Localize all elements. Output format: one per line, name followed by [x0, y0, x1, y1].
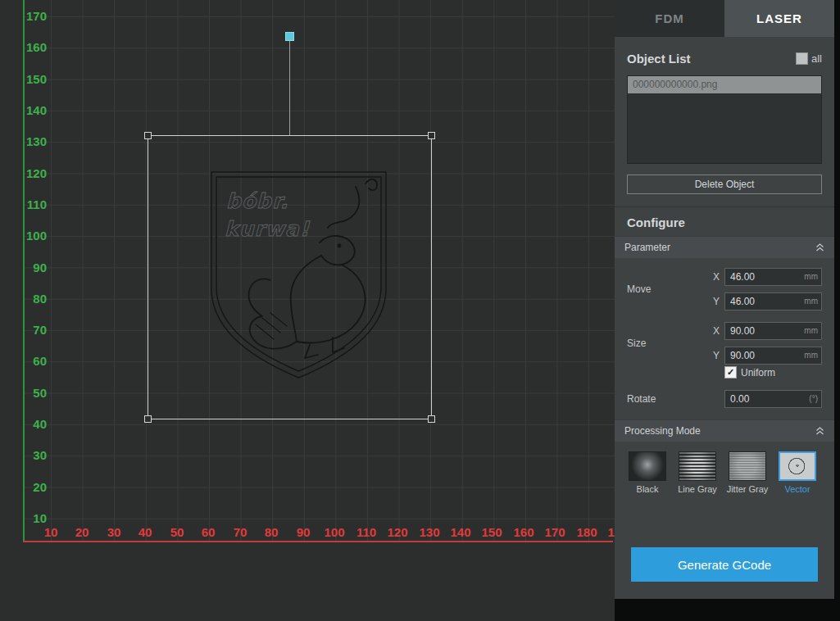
x-axis-label: 120: [381, 525, 414, 540]
delete-object-button[interactable]: Delete Object: [627, 175, 822, 194]
move-x-label: X: [710, 271, 720, 283]
x-axis-label: 10: [34, 525, 67, 540]
x-axis-label: 130: [413, 525, 446, 540]
tab-fdm[interactable]: FDM: [615, 0, 724, 37]
mode-vector-thumbnail[interactable]: [779, 451, 816, 481]
move-label: Move: [627, 268, 710, 310]
move-x-input[interactable]: [724, 268, 822, 286]
mode-black[interactable]: Black: [627, 451, 668, 497]
mode-jitter-gray-thumbnail[interactable]: [729, 451, 766, 481]
list-item[interactable]: 000000000000.png: [628, 76, 821, 93]
selected-object[interactable]: bóbr. kurwa!: [148, 135, 432, 419]
processing-mode-options: Black Line Gray Jitter Gray Vector: [615, 442, 834, 497]
move-y-input[interactable]: [724, 292, 822, 310]
artwork-text-line2: kurwa!: [225, 217, 311, 241]
move-y-label: Y: [710, 296, 720, 307]
y-axis-label: 130: [8, 134, 47, 149]
rotate-label: Rotate: [627, 390, 724, 408]
mode-vector[interactable]: Vector: [777, 451, 818, 497]
generate-gcode-button[interactable]: Generate GCode: [631, 547, 818, 582]
processing-mode-header-label: Processing Mode: [624, 425, 815, 437]
y-axis-label: 80: [8, 292, 47, 306]
select-all-label: all: [811, 52, 822, 65]
parameter-body: Move X mm Y mm: [615, 258, 834, 419]
x-axis-label: 40: [129, 525, 161, 540]
mode-vector-label: Vector: [784, 484, 810, 494]
x-axis-label: 20: [66, 525, 98, 540]
x-axis-label: 190: [602, 525, 615, 540]
y-axis-label: 150: [8, 72, 47, 87]
workspace-canvas[interactable]: 170 160 150 140 130 120 110 100 90 80 70…: [0, 0, 615, 621]
mode-black-thumbnail[interactable]: [629, 451, 666, 481]
collapse-icon[interactable]: [815, 427, 824, 435]
size-x-input[interactable]: [724, 322, 822, 340]
y-axis-label: 170: [8, 9, 47, 24]
rotation-handle[interactable]: [285, 32, 294, 41]
uniform-checkbox[interactable]: ✓: [724, 366, 737, 378]
y-axis-label: 100: [8, 229, 47, 243]
y-axis-label: 60: [8, 354, 47, 369]
x-axis-label: 150: [475, 525, 508, 540]
y-axis-label: 90: [8, 261, 47, 275]
rotate-group: Rotate (°): [627, 390, 822, 408]
parameter-header-label: Parameter: [624, 242, 815, 253]
mode-jitter-gray[interactable]: Jitter Gray: [727, 451, 768, 497]
mode-black-label: Black: [637, 484, 659, 494]
collapse-icon[interactable]: [815, 243, 824, 252]
x-axis-label: 180: [570, 525, 603, 540]
y-axis-label: 110: [8, 197, 47, 212]
uniform-toggle[interactable]: ✓ Uniform: [724, 366, 822, 378]
uniform-label: Uniform: [741, 367, 775, 378]
object-list-title: Object List: [627, 52, 796, 66]
y-axis-label: 20: [8, 480, 47, 495]
size-y-input[interactable]: [724, 347, 822, 365]
selection-handle-top-left[interactable]: [144, 132, 152, 139]
x-axis-label: 70: [224, 525, 257, 540]
x-axis-label: 90: [287, 525, 320, 540]
window-edge-bottom: [615, 599, 840, 621]
parameter-section-header[interactable]: Parameter: [615, 236, 834, 258]
y-axis-label: 120: [8, 166, 47, 181]
x-axis-label: 80: [255, 525, 288, 540]
y-axis-label: 70: [8, 323, 47, 338]
x-axis-label: 170: [538, 525, 571, 540]
rotation-connector-line: [289, 41, 290, 135]
y-axis-label: 10: [8, 511, 47, 526]
object-list: 000000000000.png: [627, 75, 822, 164]
mode-jitter-gray-label: Jitter Gray: [727, 484, 769, 494]
x-axis-label: 60: [192, 525, 225, 540]
window-edge-right: [834, 0, 840, 621]
size-label: Size: [627, 322, 710, 365]
mode-line-gray-thumbnail[interactable]: [679, 451, 716, 481]
selection-handle-bottom-right[interactable]: [428, 415, 435, 423]
size-x-label: X: [710, 325, 720, 337]
x-axis-label: 110: [350, 525, 383, 540]
size-y-label: Y: [710, 350, 720, 361]
y-axis-label: 30: [8, 448, 47, 463]
y-axis-label: 40: [8, 417, 47, 432]
y-axis-label: 50: [8, 386, 47, 401]
tab-laser[interactable]: LASER: [724, 0, 834, 37]
mode-line-gray[interactable]: Line Gray: [677, 451, 718, 497]
move-group: Move X mm Y mm: [627, 268, 822, 310]
select-all-checkbox[interactable]: [796, 52, 808, 65]
side-panel: FDM LASER Object List all 000000000000.p…: [615, 0, 834, 599]
y-axis-label: 140: [8, 103, 47, 118]
artwork-text-line1: bóbr.: [226, 189, 288, 213]
divider: [615, 206, 834, 207]
x-axis-label: 100: [318, 525, 351, 540]
selection-handle-top-right[interactable]: [428, 132, 435, 139]
processing-mode-section-header[interactable]: Processing Mode: [615, 419, 834, 442]
rotate-input[interactable]: [724, 390, 822, 408]
x-axis-label: 140: [444, 525, 477, 540]
x-axis-line: [23, 541, 613, 542]
selection-handle-bottom-left[interactable]: [144, 415, 152, 423]
engraving-artwork: bóbr. kurwa!: [195, 164, 402, 397]
x-axis-label: 160: [507, 525, 540, 540]
mode-line-gray-label: Line Gray: [678, 484, 717, 494]
x-axis-label: 30: [98, 525, 130, 540]
x-axis-label: 50: [161, 525, 193, 540]
mode-tabs: FDM LASER: [615, 0, 834, 37]
y-axis-label: 160: [8, 40, 47, 55]
application-window: 170 160 150 140 130 120 110 100 90 80 70…: [0, 0, 840, 621]
